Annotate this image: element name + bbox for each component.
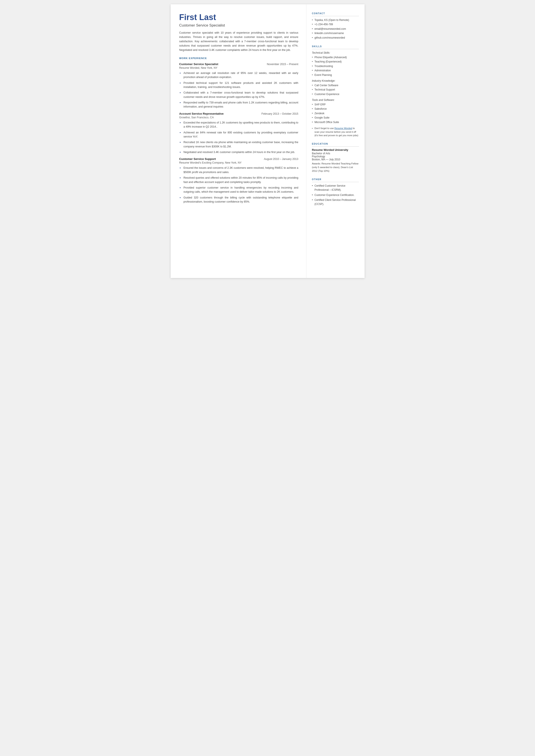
skill-0-4: Event Planning: [312, 73, 359, 77]
skill-2-4: Microsoft Office Suite: [312, 120, 359, 124]
edu-degree: Bachelor of Arts: [312, 152, 359, 155]
skills-cat-2: Tools and Software:: [312, 98, 359, 101]
skill-0-1: Teaching (Experienced): [312, 60, 359, 64]
skill-0-2: Troubleshooting: [312, 64, 359, 68]
contact-section: CONTACT Topeka, KS (Open to Remote) +1-2…: [312, 12, 359, 40]
job-company-2: Growthsi, San Francisco, CA: [179, 116, 298, 119]
bullet-2-1: Achieved an 84% renewal rate for 800 exi…: [180, 130, 298, 139]
main-column: First Last Customer Service Specialist C…: [171, 4, 306, 278]
candidate-job-title: Customer Service Specialist: [179, 23, 298, 28]
bullet-2-0: Exceeded the expectations of 1.2K custom…: [180, 121, 298, 129]
bullet-1-0: Achieved an average call resolution rate…: [180, 71, 298, 79]
other-list: Certified Customer Service Professional …: [312, 184, 359, 206]
edu-field: Psychology: [312, 155, 359, 158]
skills-note-prefix: Don't forget to use: [315, 127, 335, 129]
skills-cat-1: Industry Knowledge:: [312, 79, 359, 82]
bullet-3-2: Provided superior customer service in ha…: [180, 186, 298, 194]
other-item-0: Certified Customer Service Professional …: [312, 184, 359, 192]
other-item-1: Customer Experience Certification.: [312, 193, 359, 197]
resume-worded-link[interactable]: Resume Worded: [334, 127, 352, 129]
contact-item-1: +1-234-456-789: [312, 22, 359, 26]
skills-section: SKILLS Technical Skills: Phone Etiquette…: [312, 45, 359, 137]
contact-item-4: github.com/resumeworded: [312, 36, 359, 40]
bullet-3-1: Resolved queries and offered solutions w…: [180, 176, 298, 184]
candidate-name: First Last: [179, 13, 298, 22]
job-bullets-1: Achieved an average call resolution rate…: [179, 71, 298, 109]
skills-list-0: Phone Etiquette (Advanced) Teaching (Exp…: [312, 55, 359, 77]
contact-item-3: linkedin.com/in/username: [312, 31, 359, 35]
job-date-1: November 2015 – Present: [267, 63, 298, 66]
other-item-2: Certified Client Service Professional (C…: [312, 198, 359, 206]
contact-list: Topeka, KS (Open to Remote) +1-234-456-7…: [312, 18, 359, 40]
bullet-2-2: Recruited 1K new clients via phone while…: [180, 140, 298, 149]
contact-item-2: email@resumeworded.com: [312, 27, 359, 31]
skill-1-2: Customer Experience: [312, 92, 359, 96]
job-bullets-3: Ensured the issues and concerns of 2.3K …: [179, 166, 298, 204]
job-title-3: Customer Service Support: [179, 157, 216, 160]
skill-1-0: Call Center Software: [312, 83, 359, 88]
edu-awards: Awards: Resume Worded Teaching Fellow (o…: [312, 162, 359, 173]
contact-item-0: Topeka, KS (Open to Remote): [312, 18, 359, 22]
bullet-1-3: Responded swiftly to 739 emails and phon…: [180, 101, 298, 109]
job-company-1: Resume Worded, New York, NY: [179, 66, 298, 70]
bullet-1-1: Provided technical support for 121 softw…: [180, 81, 298, 90]
job-header-2: Account Service Representative February …: [179, 112, 298, 115]
other-label: OTHER: [312, 178, 359, 182]
resume-page: First Last Customer Service Specialist C…: [171, 4, 365, 278]
job-title-1: Customer Service Specialist: [179, 63, 218, 66]
edu-location: Boston, MA — July 2010: [312, 158, 359, 161]
skills-list-2: SAP ERP Salesforce Zendesk Google Suite …: [312, 102, 359, 124]
edu-school: Resume Worded University: [312, 148, 359, 152]
bullet-3-0: Ensured the issues and concerns of 2.3K …: [180, 166, 298, 174]
bullet-2-3: Negotiated and resolved 3.4K customer co…: [180, 150, 298, 154]
skills-label: SKILLS: [312, 45, 359, 49]
bullet-3-3: Guided 320 customers through the billing…: [180, 196, 298, 204]
job-header-3: Customer Service Support August 2010 – J…: [179, 157, 298, 160]
skills-list-1: Call Center Software Technical Support C…: [312, 83, 359, 96]
education-section: EDUCATION Resume Worded University Bache…: [312, 142, 359, 173]
skill-2-2: Zendesk: [312, 111, 359, 116]
skill-0-3: Administration: [312, 68, 359, 72]
skill-0-0: Phone Etiquette (Advanced): [312, 55, 359, 60]
job-title-2: Account Service Representative: [179, 112, 224, 115]
skill-2-3: Google Suite: [312, 116, 359, 120]
skill-2-1: Salesforce: [312, 107, 359, 111]
summary-text: Customer service specialist with 10 year…: [179, 31, 298, 52]
skills-note: Don't forget to use Resume Worded to sca…: [312, 126, 359, 137]
job-date-3: August 2010 – January 2013: [264, 157, 298, 160]
job-bullets-2: Exceeded the expectations of 1.2K custom…: [179, 121, 298, 154]
education-label: EDUCATION: [312, 142, 359, 147]
job-header-1: Customer Service Specialist November 201…: [179, 63, 298, 66]
sidebar: CONTACT Topeka, KS (Open to Remote) +1-2…: [306, 4, 365, 278]
work-experience-label: WORK EXPERIENCE: [179, 57, 298, 60]
job-company-3: Resume Worded's Exciting Company, New Yo…: [179, 161, 298, 164]
contact-label: CONTACT: [312, 12, 359, 16]
other-section: OTHER Certified Customer Service Profess…: [312, 178, 359, 206]
skills-cat-0: Technical Skills:: [312, 51, 359, 54]
skill-1-1: Technical Support: [312, 88, 359, 92]
job-date-2: February 2013 – October 2015: [262, 112, 298, 115]
bullet-1-2: Collaborated with a 7-member cross-funct…: [180, 91, 298, 99]
skill-2-0: SAP ERP: [312, 102, 359, 107]
